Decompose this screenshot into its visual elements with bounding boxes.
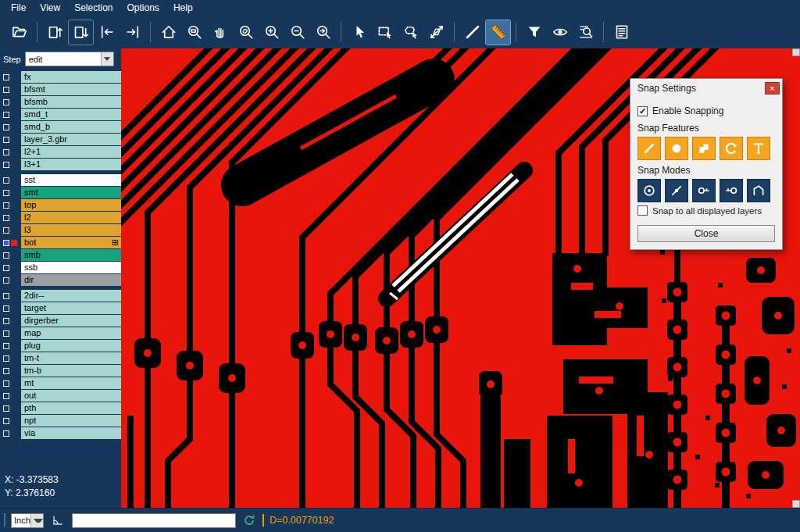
layer-visibility-checkbox[interactable] [3, 227, 9, 234]
draw-line-button[interactable] [460, 20, 484, 45]
vertical-scrollbar-up[interactable] [792, 48, 800, 56]
layer-row-bfsmt[interactable]: bfsmt [0, 84, 121, 95]
layer-row-dir[interactable]: dir [0, 274, 121, 286]
layer-row-map[interactable]: map [0, 327, 121, 339]
layer-name[interactable]: 2dir-- [21, 290, 121, 302]
layer-name[interactable]: smd_b [21, 121, 121, 133]
layer-row-l2+1[interactable]: l2+1 [0, 146, 121, 158]
zoom-polygon-button[interactable] [234, 20, 258, 45]
layer-name[interactable]: smb [21, 249, 121, 261]
layer-visibility-checkbox[interactable] [3, 252, 9, 259]
layer-name[interactable]: out [21, 390, 121, 402]
import-down-button[interactable] [69, 20, 93, 45]
units-selector[interactable]: Inch [11, 513, 44, 528]
layer-name[interactable]: layer_3.gbr [21, 134, 121, 145]
import-left-button[interactable] [95, 20, 119, 45]
layer-row-bot[interactable]: bot⊞ [0, 237, 121, 248]
menu-options[interactable]: Options [121, 2, 166, 14]
layer-visibility-checkbox[interactable] [3, 137, 9, 143]
refresh-icon[interactable] [241, 512, 257, 528]
layer-visibility-checkbox[interactable] [3, 318, 9, 324]
layer-row-npt[interactable]: npt [0, 415, 121, 427]
find-button[interactable] [573, 20, 598, 45]
layer-name[interactable]: target [21, 302, 121, 314]
layer-name[interactable]: l2+1 [21, 146, 121, 158]
layer-name[interactable]: via [21, 427, 121, 439]
layer-name[interactable]: dir [21, 274, 121, 286]
layer-name[interactable]: l3 [21, 224, 121, 236]
snap-line-button[interactable] [638, 137, 661, 160]
menu-view[interactable]: View [34, 2, 66, 14]
ortho-angle-icon[interactable] [49, 512, 66, 529]
layer-name[interactable]: bfsmt [21, 84, 121, 95]
layer-name[interactable]: dirgerber [21, 315, 121, 327]
layer-name[interactable]: bot⊞ [21, 237, 121, 248]
layer-name[interactable]: top [21, 199, 121, 211]
layer-name[interactable]: pth [21, 402, 121, 414]
pan-button[interactable] [208, 20, 232, 45]
layer-visibility-checkbox[interactable] [3, 190, 9, 196]
layer-row-l2[interactable]: l2 [0, 212, 121, 223]
snap-slot-a-button[interactable] [692, 179, 716, 202]
layer-visibility-checkbox[interactable] [3, 124, 9, 130]
menu-help[interactable]: Help [167, 2, 199, 14]
export-right-button[interactable] [120, 20, 145, 45]
layer-row-mt[interactable]: mt [0, 377, 121, 389]
zoom-in-button[interactable] [259, 20, 284, 45]
layer-visibility-checkbox[interactable] [3, 380, 9, 387]
pcb-canvas[interactable]: Snap Settings × ✓ Enable Snapping Snap F… [121, 48, 800, 508]
layer-row-via[interactable]: via [0, 427, 121, 439]
layer-row-sst[interactable]: sst [0, 174, 121, 186]
filter-button[interactable] [522, 20, 546, 45]
layer-visibility-checkbox[interactable] [3, 177, 9, 184]
enable-snapping-checkbox[interactable]: ✓ Enable Snapping [638, 105, 775, 116]
layer-visibility-checkbox[interactable] [3, 240, 9, 246]
layer-name[interactable]: tm-b [21, 365, 121, 377]
snap-outline-button[interactable] [747, 179, 770, 202]
layer-visibility-checkbox[interactable] [3, 215, 9, 221]
layer-row-target[interactable]: target [0, 302, 121, 314]
snap-dialog-titlebar[interactable]: Snap Settings × [630, 79, 782, 98]
layer-name[interactable]: tm-t [21, 352, 121, 364]
select-rectangle-button[interactable] [373, 20, 397, 45]
layer-row-l3[interactable]: l3 [0, 224, 121, 236]
layer-visibility-checkbox[interactable] [3, 368, 9, 374]
layer-row-l3+1[interactable]: l3+1 [0, 159, 121, 170]
layer-name[interactable]: sst [21, 174, 121, 186]
layer-visibility-checkbox[interactable] [3, 265, 9, 271]
snap-center-button[interactable] [638, 179, 661, 202]
layer-row-2dir--[interactable]: 2dir-- [0, 290, 121, 302]
layer-visibility-checkbox[interactable] [3, 162, 9, 168]
layer-visibility-checkbox[interactable] [3, 149, 9, 155]
snap-slot-b-button[interactable] [720, 179, 743, 202]
select-polygon-button[interactable] [398, 20, 423, 45]
layer-row-smt[interactable]: smt [0, 187, 121, 198]
layer-name[interactable]: plug [21, 340, 121, 352]
snap-nearest-button[interactable] [665, 179, 688, 202]
zoom-window-button[interactable] [182, 20, 206, 45]
open-file-button[interactable] [7, 20, 31, 45]
vertical-scrollbar-down[interactable] [792, 500, 800, 508]
layer-row-plug[interactable]: plug [0, 340, 121, 352]
all-layers-checkbox[interactable]: Snap to all displayed layers [638, 205, 775, 216]
snap-surface-button[interactable] [692, 137, 716, 160]
dialog-close-icon[interactable]: × [765, 82, 780, 95]
chevron-down-icon[interactable] [101, 52, 113, 66]
layer-visibility-checkbox[interactable] [3, 277, 9, 284]
layer-name[interactable]: l2 [21, 212, 121, 223]
layer-name[interactable]: l3+1 [21, 159, 121, 170]
layer-visibility-checkbox[interactable] [3, 99, 9, 105]
layer-visibility-checkbox[interactable] [3, 330, 9, 337]
layer-visibility-checkbox[interactable] [3, 430, 9, 437]
menu-file[interactable]: File [5, 2, 32, 14]
layer-row-dirgerber[interactable]: dirgerber [0, 315, 121, 327]
transform-flip-button[interactable] [424, 20, 448, 45]
snap-text-button[interactable] [747, 137, 770, 160]
layer-visibility-checkbox[interactable] [3, 418, 9, 424]
layer-visibility-checkbox[interactable] [3, 87, 9, 93]
zoom-out-button[interactable] [285, 20, 309, 45]
layer-visibility-checkbox[interactable] [3, 112, 9, 118]
zoom-home-button[interactable] [156, 20, 180, 45]
report-button[interactable] [609, 20, 634, 45]
layer-name[interactable]: fx [21, 71, 121, 83]
